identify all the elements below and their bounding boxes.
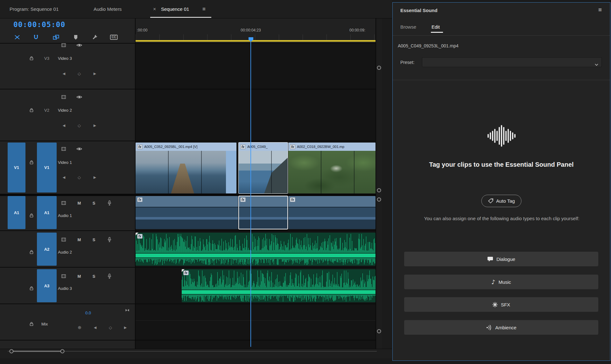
track-lock-icon[interactable] <box>30 286 33 290</box>
time-ruler[interactable]: :00:00 00:00:04:23 00:00:09: <box>136 18 376 43</box>
track-lock-icon[interactable] <box>30 56 33 60</box>
auto-tag-button[interactable]: Auto Tag <box>481 195 522 207</box>
clip-audio1-3[interactable]: fx <box>288 196 376 229</box>
track-select-a3[interactable]: A3 <box>37 269 57 302</box>
track-lock-icon[interactable] <box>30 322 33 326</box>
tab-program-monitor[interactable]: Program: Sequence 01 <box>10 0 59 18</box>
solo-button[interactable]: S <box>93 201 95 205</box>
track-select-a1[interactable]: A1 <box>37 196 57 229</box>
add-keyframe-button[interactable]: ◇ <box>78 175 81 179</box>
solo-button[interactable]: S <box>93 238 95 242</box>
track-lock-icon[interactable] <box>30 214 33 218</box>
divider <box>0 43 382 44</box>
zoom-handle-right[interactable] <box>60 349 65 354</box>
next-keyframe-button[interactable]: ▶ <box>124 326 127 329</box>
divider <box>0 141 382 141</box>
ambience-icon <box>486 325 492 330</box>
mute-button[interactable]: M <box>78 238 81 242</box>
track-select-a2[interactable]: A2 <box>37 233 57 266</box>
prev-keyframe-button[interactable]: ◀ <box>63 72 65 75</box>
track-select-v2[interactable]: V2 <box>44 108 49 112</box>
clip-audio2[interactable]: fx <box>136 233 376 266</box>
clip-video-2-selected[interactable]: fx A005_C049_ <box>239 143 288 193</box>
track-output-eye-icon[interactable] <box>76 95 82 99</box>
tab-browse[interactable]: Browse <box>400 24 416 30</box>
panel-menu-icon[interactable]: ≡ <box>598 6 602 13</box>
prev-keyframe-button[interactable]: ◀ <box>63 176 65 179</box>
next-keyframe-button[interactable]: ▶ <box>94 176 96 179</box>
clip-audio1-1[interactable]: fx <box>136 196 238 229</box>
voiceover-mic-icon[interactable] <box>108 200 111 206</box>
filmstrip-separators <box>288 151 376 193</box>
clip-audio1-2-selected[interactable]: fx <box>239 196 288 229</box>
clip-audio3[interactable]: fx <box>182 269 376 302</box>
add-keyframe-button[interactable]: ◇ <box>78 72 81 76</box>
clip-video-3[interactable]: fx A002_C018_0922BW_001.mp <box>288 143 376 193</box>
source-patch-a1[interactable]: A1 <box>8 196 25 229</box>
collapse-keyframes-icon[interactable] <box>125 309 130 312</box>
sync-lock-icon[interactable] <box>61 238 66 242</box>
fx-badge: fx <box>240 144 246 149</box>
audio-type-button-sfx[interactable]: SFX <box>404 297 598 312</box>
sync-lock-icon[interactable] <box>61 43 66 47</box>
vertical-scroll-handle[interactable] <box>377 329 381 333</box>
snap-icon[interactable] <box>33 34 39 40</box>
track-name-mix: Mix <box>41 322 48 326</box>
divider <box>0 194 382 196</box>
voiceover-mic-icon[interactable] <box>108 274 111 279</box>
track-lock-icon[interactable] <box>30 160 33 164</box>
mute-button[interactable]: M <box>78 274 81 278</box>
zoom-scrollbar-thumb[interactable] <box>11 351 62 352</box>
zoom-handle-left[interactable] <box>10 349 14 354</box>
fx-badge: fx <box>290 144 295 149</box>
audio-type-button-music[interactable]: ♪ Music <box>404 275 598 289</box>
audio-waveform <box>182 295 376 302</box>
prev-keyframe-button[interactable]: ◀ <box>63 124 65 127</box>
divider <box>0 340 382 340</box>
playhead-timecode[interactable]: 00:00:05:00 <box>13 20 65 29</box>
vertical-scroll-handle[interactable] <box>377 188 381 192</box>
solo-button[interactable]: S <box>93 274 95 278</box>
add-marker-icon[interactable] <box>74 35 78 40</box>
preset-dropdown[interactable] <box>422 57 602 67</box>
track-output-eye-icon[interactable] <box>76 147 82 151</box>
mix-volume-value[interactable]: 0.0 <box>85 311 91 315</box>
work-area-bar[interactable] <box>136 40 376 42</box>
track-lock-icon[interactable] <box>30 250 33 254</box>
prev-keyframe-button[interactable]: ◀ <box>94 326 96 329</box>
sync-lock-icon[interactable] <box>61 95 66 99</box>
divider <box>0 304 382 304</box>
sync-lock-icon[interactable] <box>61 201 66 205</box>
mute-button[interactable]: M <box>78 201 81 205</box>
captions-icon[interactable]: CC <box>110 35 118 40</box>
sync-lock-icon[interactable] <box>61 274 66 278</box>
playhead-line[interactable] <box>250 37 251 347</box>
source-patch-v1[interactable]: V1 <box>8 143 25 192</box>
clip-thumbnail <box>239 151 288 193</box>
track-select-v1[interactable]: V1 <box>37 143 57 192</box>
voiceover-mic-icon[interactable] <box>108 237 111 242</box>
horizontal-scrollbar[interactable] <box>0 349 392 358</box>
next-keyframe-button[interactable]: ▶ <box>94 124 96 127</box>
nest-toggle-icon[interactable] <box>14 35 20 40</box>
track-lock-icon[interactable] <box>30 108 33 112</box>
track-select-v3[interactable]: V3 <box>44 56 49 60</box>
vertical-scroll-handle[interactable] <box>377 66 381 70</box>
panel-menu-icon[interactable]: ≡ <box>202 0 206 18</box>
sync-lock-icon[interactable] <box>61 147 66 151</box>
clip-video-1[interactable]: fx A005_C052_0925BL_001.mp4 [V] <box>136 143 236 193</box>
tab-sequence[interactable]: Sequence 01 <box>161 0 189 18</box>
tab-audio-meters[interactable]: Audio Meters <box>94 0 122 18</box>
add-keyframe-button[interactable]: ◇ <box>109 326 112 330</box>
pan-keyframe-icon[interactable]: ⊕ <box>78 325 81 330</box>
add-keyframe-button[interactable]: ◇ <box>78 123 81 128</box>
audio-type-button-ambience[interactable]: Ambience <box>404 320 598 335</box>
tab-edit[interactable]: Edit <box>432 24 440 30</box>
close-icon[interactable]: × <box>153 0 156 18</box>
track-output-eye-icon[interactable] <box>76 43 82 47</box>
next-keyframe-button[interactable]: ▶ <box>94 72 96 75</box>
audio-type-button-dialogue[interactable]: Dialogue <box>404 252 598 266</box>
linked-selection-icon[interactable] <box>53 35 59 40</box>
timeline-settings-icon[interactable] <box>92 34 98 40</box>
vertical-scroll-handle[interactable] <box>377 198 381 202</box>
